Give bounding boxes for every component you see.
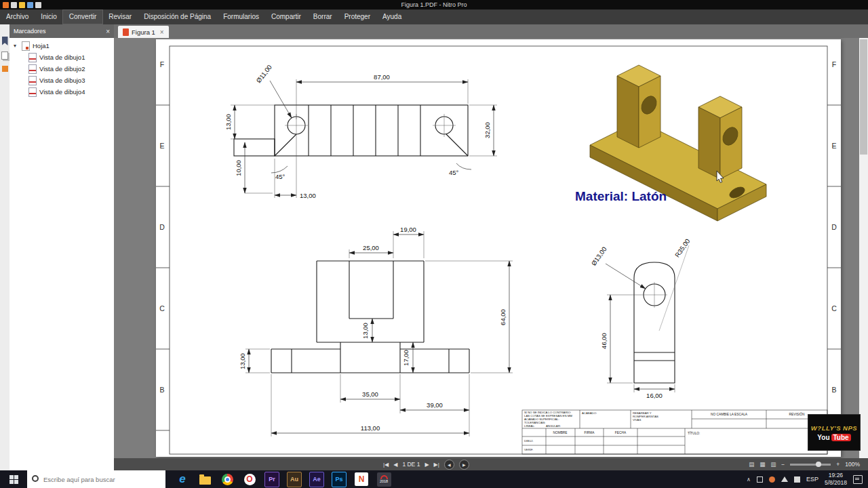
folder-icon (199, 476, 211, 485)
zone-letter: F (832, 60, 836, 68)
dim-45-right: 45° (449, 169, 459, 176)
tb-fecha: FECHA (615, 431, 627, 434)
tb-deburr: VIVAS (633, 418, 641, 422)
first-page-button[interactable]: |◀ (383, 462, 389, 468)
tray-window-icon[interactable] (757, 476, 763, 483)
tb-row-verif: VERIF. (524, 448, 533, 451)
language-indicator[interactable]: ESP (806, 476, 818, 483)
side-icon-strip (0, 24, 9, 470)
pages-icon[interactable] (1, 52, 8, 60)
taskbar-clock[interactable]: 19:26 5/8/2018 (825, 472, 847, 486)
tray-network-icon[interactable] (781, 476, 788, 482)
tb-nombre: NOMBRE (553, 431, 567, 434)
dim-19: 19,00 (400, 226, 416, 233)
view-forward-button[interactable]: ▶ (459, 460, 469, 470)
youtube-logo-you: You (817, 434, 829, 441)
dim-113: 113,00 (361, 424, 380, 432)
taskbar-app-edge[interactable]: e (175, 472, 190, 487)
last-page-button[interactable]: ▶| (434, 462, 439, 468)
bookmark-item[interactable]: Vista de dibujo2 (9, 63, 114, 75)
page-fit-icon[interactable]: ▦ (760, 461, 765, 468)
tb-titulo: TÍTULO: (688, 431, 700, 435)
menu-tab-ayuda[interactable]: Ayuda (376, 10, 408, 24)
zoom-level[interactable]: 100% (845, 461, 860, 468)
search-input[interactable] (43, 470, 162, 488)
taskbar-app-opera[interactable]: O (242, 472, 257, 487)
tb-row-dibuj: DIBUJ. (524, 439, 534, 443)
zoom-in-button[interactable]: + (836, 461, 840, 468)
zone-letter: D (831, 223, 837, 231)
zone-letter: B (159, 386, 164, 394)
dim-32: 32,00 (484, 122, 491, 138)
document-tab-label: Figura 1 (132, 28, 155, 36)
dim-35: 35,00 (362, 390, 378, 398)
menu-tab-inicio[interactable]: Inicio (35, 10, 62, 24)
bookmark-root-row[interactable]: ▾ Hoja1 (9, 40, 114, 52)
bookmarks-icon[interactable] (2, 37, 8, 45)
bookmarks-panel-header: Marcadores × (9, 24, 114, 38)
solidworks-icon: 2018 (377, 472, 391, 487)
taskbar-app-after-effects[interactable]: Ae (309, 472, 324, 487)
watermark-title: W?LLY'S NPS (811, 424, 857, 432)
zoom-out-button[interactable]: − (781, 461, 785, 468)
zoom-slider[interactable] (790, 464, 831, 466)
vertical-scrollbar[interactable] (859, 38, 868, 458)
drawing-view-icon (28, 64, 37, 74)
dim-39: 39,00 (427, 401, 443, 409)
zone-letter: E (831, 142, 836, 150)
tab-close-icon[interactable]: × (160, 28, 164, 36)
menu-tab-convertir[interactable]: Convertir (63, 10, 103, 24)
next-page-button[interactable]: ▶ (425, 462, 429, 468)
dim-64: 64,00 (499, 309, 507, 325)
prev-page-button[interactable]: ◀ (393, 462, 397, 468)
menu-tab-disposicion[interactable]: Disposición de Página (138, 10, 217, 24)
tray-expand-icon[interactable]: ∧ (747, 476, 751, 483)
bookmark-item[interactable]: Vista de dibujo3 (9, 75, 114, 86)
page-width-icon[interactable]: ▥ (770, 461, 776, 468)
menu-tab-proteger[interactable]: Proteger (338, 10, 376, 24)
drawing-view-icon (28, 87, 37, 97)
dim-16: 16,00 (646, 392, 663, 399)
scrollbar-thumb[interactable] (860, 39, 867, 155)
tray-volume-icon[interactable] (794, 476, 800, 483)
material-note: Material: Latón (575, 189, 667, 203)
sheet-icon (22, 41, 30, 51)
side-view: R35,00 Ø13,00 46,00 16,00 (590, 237, 692, 399)
bookmark-item[interactable]: Vista de dibujo4 (9, 86, 114, 98)
expander-icon[interactable]: ▾ (14, 43, 19, 49)
action-center-icon[interactable] (853, 475, 863, 484)
drawing-view-icon (28, 76, 37, 85)
start-button[interactable] (0, 470, 27, 488)
pdf-page[interactable]: F E D C B F E D C B (156, 39, 841, 457)
document-tab[interactable]: Figura 1 × (118, 26, 169, 38)
menu-tab-formularios[interactable]: Formularios (217, 10, 265, 24)
layers-icon[interactable] (2, 66, 8, 72)
taskbar-app-premiere[interactable]: Pr (264, 472, 279, 487)
menu-tab-revisar[interactable]: Revisar (102, 10, 138, 24)
panel-close-icon[interactable]: × (106, 28, 110, 35)
tb-acabado: ACABADO: (582, 411, 597, 415)
top-view: 87,00 Ø11,00 13,00 32,00 10,00 13,00 45° (224, 63, 497, 199)
menu-tab-archivo[interactable]: Archivo (0, 10, 35, 24)
taskbar-app-nitro[interactable]: N (354, 472, 369, 487)
dim-13-slot: 13,00 (361, 323, 369, 339)
document-canvas[interactable]: F E D C B F E D C B (114, 38, 868, 458)
menu-tab-compartir[interactable]: Compartir (265, 10, 307, 24)
premiere-icon: Pr (264, 472, 279, 487)
taskbar-app-audition[interactable]: Au (287, 472, 302, 487)
taskbar-app-photoshop[interactable]: Ps (332, 472, 347, 487)
menu-tab-borrar[interactable]: Borrar (307, 10, 338, 24)
taskbar-app-chrome[interactable] (220, 472, 235, 487)
tray-app-icon[interactable] (769, 476, 775, 483)
taskbar-app-solidworks[interactable]: 2018 (376, 472, 391, 487)
edge-icon: e (179, 472, 185, 486)
taskbar-search[interactable] (27, 470, 165, 488)
bookmark-item[interactable]: Vista de dibujo1 (9, 52, 114, 63)
drawing-sheet: F E D C B F E D C B (156, 39, 841, 457)
zoom-slider-thumb[interactable] (816, 462, 821, 467)
view-back-button[interactable]: ◀ (444, 460, 454, 470)
taskbar-app-file-explorer[interactable] (197, 472, 212, 487)
channel-watermark: W?LLY'S NPS You Tube (808, 414, 861, 451)
page-layout-icon[interactable]: ▤ (749, 461, 754, 468)
dim-13-bottom: 13,00 (300, 192, 316, 199)
